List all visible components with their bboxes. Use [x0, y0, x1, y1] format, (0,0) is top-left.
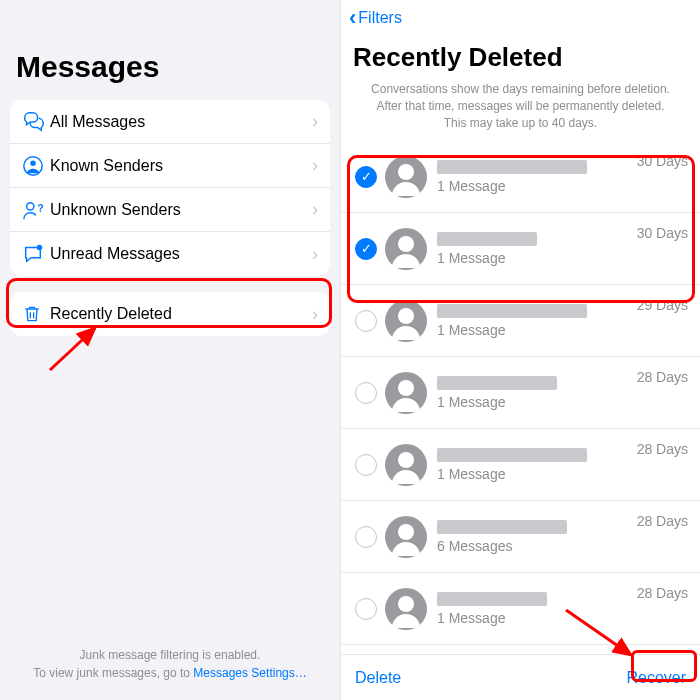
footer-text: To view junk messages, go to: [33, 666, 193, 680]
list-item[interactable]: ✓1 Message30 Days: [341, 141, 700, 213]
trash-icon: [22, 304, 50, 324]
row-all-messages[interactable]: All Messages ›: [10, 100, 330, 144]
avatar: [385, 300, 427, 342]
messages-settings-link[interactable]: Messages Settings…: [193, 666, 306, 680]
circle-icon[interactable]: [355, 454, 377, 476]
days-remaining: 28 Days: [637, 369, 688, 385]
info-text: Conversations show the days remaining be…: [341, 81, 700, 141]
chevron-left-icon: ‹: [349, 5, 356, 31]
svg-point-4: [37, 245, 42, 251]
message-count: 1 Message: [437, 250, 688, 266]
list-item[interactable]: 6 Messages28 Days: [341, 501, 700, 573]
row-label: Unread Messages: [50, 245, 312, 263]
chevron-right-icon: ›: [312, 304, 318, 325]
list-item[interactable]: 1 Message29 Days: [341, 285, 700, 357]
row-known-senders[interactable]: Known Senders ›: [10, 144, 330, 188]
message-count: 1 Message: [437, 322, 688, 338]
days-remaining: 28 Days: [637, 585, 688, 601]
svg-point-1: [30, 160, 36, 166]
days-remaining: 30 Days: [637, 153, 688, 169]
circle-icon[interactable]: [355, 310, 377, 332]
bottom-toolbar: Delete Recover: [341, 654, 700, 700]
back-label: Filters: [358, 9, 402, 27]
days-remaining: 28 Days: [637, 513, 688, 529]
list-item[interactable]: 1 Message28 Days: [341, 573, 700, 645]
page-title: Recently Deleted: [353, 42, 688, 73]
redacted-name: [437, 376, 557, 390]
row-unread-messages[interactable]: Unread Messages ›: [10, 232, 330, 276]
chevron-right-icon: ›: [312, 199, 318, 220]
avatar: [385, 588, 427, 630]
days-remaining: 30 Days: [637, 225, 688, 241]
row-label: Known Senders: [50, 157, 312, 175]
avatar: [385, 228, 427, 270]
redacted-name: [437, 160, 587, 174]
checkmark-circle-icon[interactable]: ✓: [355, 166, 377, 188]
row-label: Recently Deleted: [50, 305, 312, 323]
filter-group: All Messages › Known Senders › ? Unknown…: [10, 100, 330, 276]
delete-button[interactable]: Delete: [355, 669, 401, 687]
recover-button[interactable]: Recover: [626, 669, 686, 687]
row-recently-deleted[interactable]: Recently Deleted ›: [10, 292, 330, 336]
back-button[interactable]: ‹ Filters: [341, 0, 700, 36]
redacted-name: [437, 448, 587, 462]
checkmark-circle-icon[interactable]: ✓: [355, 238, 377, 260]
avatar: [385, 156, 427, 198]
list-item[interactable]: 1 Message28 Days: [341, 357, 700, 429]
days-remaining: 28 Days: [637, 441, 688, 457]
redacted-name: [437, 520, 567, 534]
chat-dot-icon: [22, 243, 50, 265]
chevron-right-icon: ›: [312, 155, 318, 176]
circle-icon[interactable]: [355, 382, 377, 404]
message-count: 1 Message: [437, 610, 688, 626]
message-count: 1 Message: [437, 394, 688, 410]
svg-point-2: [27, 202, 34, 209]
chevron-right-icon: ›: [312, 111, 318, 132]
chevron-right-icon: ›: [312, 244, 318, 265]
svg-text:?: ?: [38, 202, 44, 213]
redacted-name: [437, 592, 547, 606]
recently-deleted-group: Recently Deleted ›: [10, 292, 330, 336]
row-unknown-senders[interactable]: ? Unknown Senders ›: [10, 188, 330, 232]
page-title: Messages: [16, 50, 330, 84]
chat-bubbles-icon: [22, 111, 50, 133]
avatar: [385, 372, 427, 414]
message-count: 6 Messages: [437, 538, 688, 554]
message-count: 1 Message: [437, 466, 688, 482]
avatar: [385, 516, 427, 558]
person-circle-icon: [22, 155, 50, 177]
list-item[interactable]: ✓1 Message30 Days: [341, 213, 700, 285]
avatar: [385, 444, 427, 486]
row-label: All Messages: [50, 113, 312, 131]
redacted-name: [437, 232, 537, 246]
list-item[interactable]: 1 Message28 Days: [341, 429, 700, 501]
redacted-name: [437, 304, 587, 318]
person-question-icon: ?: [22, 199, 50, 221]
footer-text: Junk message filtering is enabled.: [0, 646, 340, 664]
days-remaining: 29 Days: [637, 297, 688, 313]
message-count: 1 Message: [437, 178, 688, 194]
row-label: Unknown Senders: [50, 201, 312, 219]
footer-note: Junk message filtering is enabled. To vi…: [0, 646, 340, 682]
conversation-list: ✓1 Message30 Days✓1 Message30 Days1 Mess…: [341, 141, 700, 654]
circle-icon[interactable]: [355, 526, 377, 548]
circle-icon[interactable]: [355, 598, 377, 620]
